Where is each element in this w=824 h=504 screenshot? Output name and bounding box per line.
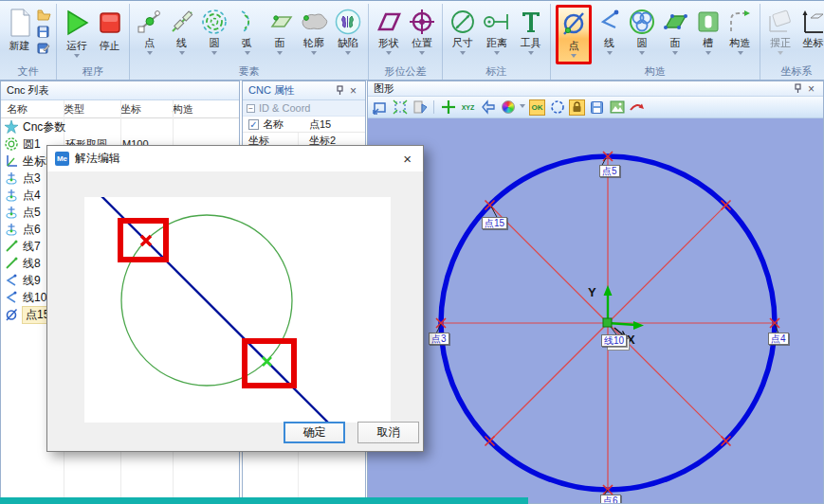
stop-label: 停止 xyxy=(100,40,120,52)
element-line-icon xyxy=(169,6,195,37)
solution-marker-red-x[interactable] xyxy=(141,236,151,245)
new-file-button[interactable]: 新建 xyxy=(5,5,34,53)
run-dropdown-caret[interactable] xyxy=(74,54,80,61)
element-point-button[interactable]: 点 xyxy=(135,5,164,59)
color-wheel-caret[interactable] xyxy=(520,104,525,111)
cancel-button[interactable]: 取消 xyxy=(357,422,419,443)
dialog-close-icon[interactable]: × xyxy=(399,151,415,167)
gdt-position-button[interactable]: 位置 xyxy=(407,5,437,59)
xyz-axes-icon[interactable]: XYZ xyxy=(460,99,476,116)
align-label: 摆正 xyxy=(770,37,791,49)
checkbox-checked-icon[interactable]: ✓ xyxy=(248,119,259,130)
element-contour-caret[interactable] xyxy=(311,51,317,58)
close-icon[interactable]: × xyxy=(347,85,359,97)
construct-point-caret[interactable] xyxy=(571,54,577,61)
element-plane-caret[interactable] xyxy=(277,51,283,58)
element-point-caret[interactable] xyxy=(147,51,153,58)
crosshair-icon[interactable] xyxy=(440,99,456,116)
gdt-shape-caret[interactable] xyxy=(386,51,392,58)
ok-button[interactable]: 确定 xyxy=(284,422,345,443)
construct-line-caret[interactable] xyxy=(607,51,613,58)
construct-slot-button[interactable]: 槽 xyxy=(693,5,723,59)
element-line-label: 线 xyxy=(176,37,187,49)
pin-icon[interactable] xyxy=(791,83,805,95)
dim-size-caret[interactable] xyxy=(460,51,466,58)
construct-construct-caret[interactable] xyxy=(738,51,743,58)
construct-line-label: 线 xyxy=(604,37,614,49)
angle-line-item-icon xyxy=(5,274,20,287)
element-contour-label: 轮廓 xyxy=(303,37,324,49)
element-contour-button[interactable]: 轮廓 xyxy=(298,5,330,59)
save-view-icon[interactable] xyxy=(589,99,605,116)
feature-label-point4[interactable]: 点4 xyxy=(768,333,789,345)
open-folder-icon[interactable] xyxy=(37,9,51,24)
image-capture-icon[interactable] xyxy=(609,99,625,116)
construct-point-button-highlighted[interactable]: 点 xyxy=(556,5,592,64)
feature-label-line10[interactable]: 线10 xyxy=(601,334,627,347)
element-line-button[interactable]: 线 xyxy=(167,5,196,59)
collapse-icon[interactable]: − xyxy=(247,104,255,113)
ribbon-group-file: 新建 文件 xyxy=(0,4,57,80)
property-row-name[interactable]: ✓ 名称 点15 xyxy=(243,117,365,133)
list-item-cnc-param[interactable]: Cnc参数 xyxy=(1,118,239,135)
construct-plane-caret[interactable] xyxy=(672,51,678,58)
ok-snapshot-icon[interactable]: OK xyxy=(529,99,545,116)
dim-distance-caret[interactable] xyxy=(494,51,500,58)
rotate-view-icon[interactable] xyxy=(629,99,645,116)
construct-slot-caret[interactable] xyxy=(705,51,711,58)
run-button[interactable]: 运行 xyxy=(62,5,92,62)
column-coord[interactable]: 坐标 xyxy=(120,102,173,117)
column-type[interactable]: 类型 xyxy=(64,102,120,117)
element-circle-button[interactable]: 圆 xyxy=(199,5,229,59)
point-item-icon xyxy=(5,189,20,202)
view-back-icon[interactable] xyxy=(480,99,496,116)
ellipse-tool-icon[interactable] xyxy=(549,99,565,116)
align-button[interactable]: 摆正 xyxy=(765,5,796,59)
element-circle-caret[interactable] xyxy=(211,51,217,58)
element-defect-button[interactable]: 缺陷 xyxy=(333,5,363,59)
property-value[interactable]: 点15 xyxy=(309,117,331,132)
dim-distance-icon xyxy=(482,6,512,37)
construct-circle-button[interactable]: 圆 xyxy=(627,5,657,59)
column-construct[interactable]: 构造 xyxy=(173,102,229,117)
feature-label-point6[interactable]: 点6 xyxy=(600,495,621,503)
graphics-canvas[interactable]: Y X 点5 点15 点3 点4 线10 点6 xyxy=(368,118,823,503)
construct-line-button[interactable]: 线 xyxy=(595,5,624,59)
stop-button[interactable]: 停止 xyxy=(95,5,124,53)
close-icon[interactable]: × xyxy=(805,83,817,95)
dialog-titlebar[interactable]: Me 解法编辑 × xyxy=(47,146,423,171)
save-icon[interactable] xyxy=(37,26,51,41)
construct-plane-button[interactable]: 面 xyxy=(660,5,690,59)
element-line-caret[interactable] xyxy=(179,51,185,58)
dim-distance-button[interactable]: 距离 xyxy=(481,5,513,59)
element-arc-button[interactable]: 弧 xyxy=(232,5,262,59)
element-arc-caret[interactable] xyxy=(245,51,250,58)
lock-icon[interactable] xyxy=(569,99,585,116)
column-name[interactable]: 名称 xyxy=(1,102,64,117)
solution-canvas[interactable] xyxy=(84,197,391,423)
element-plane-button[interactable]: 面 xyxy=(265,5,295,59)
properties-section-id-coord[interactable]: − ID & Coord xyxy=(243,100,365,117)
feature-label-point5[interactable]: 点5 xyxy=(599,165,620,177)
align-caret[interactable] xyxy=(778,51,783,58)
pin-icon[interactable] xyxy=(333,85,347,97)
zoom-window-icon[interactable] xyxy=(372,99,388,116)
construct-construct-button[interactable]: 构造 xyxy=(725,5,755,59)
gdt-position-caret[interactable] xyxy=(419,51,425,58)
color-wheel-icon[interactable] xyxy=(500,99,516,116)
dim-tool-caret[interactable] xyxy=(528,51,534,58)
feature-label-point3[interactable]: 点3 xyxy=(429,333,449,345)
coordsys-button[interactable]: 坐标 xyxy=(798,5,824,50)
construct-construct-label: 构造 xyxy=(730,37,751,49)
save-as-icon[interactable] xyxy=(37,43,51,58)
fit-view-icon[interactable] xyxy=(392,99,408,116)
dim-tool-button[interactable]: 工具 xyxy=(516,5,545,59)
solution-marker-green-x[interactable] xyxy=(263,357,271,366)
feature-label-point15[interactable]: 点15 xyxy=(482,217,507,229)
construct-circle-caret[interactable] xyxy=(639,51,645,58)
element-defect-caret[interactable] xyxy=(345,51,351,58)
element-defect-icon xyxy=(334,6,362,37)
dim-size-button[interactable]: 尺寸 xyxy=(448,5,478,59)
mirror-view-icon[interactable] xyxy=(412,99,428,116)
gdt-shape-button[interactable]: 形状 xyxy=(374,5,404,59)
